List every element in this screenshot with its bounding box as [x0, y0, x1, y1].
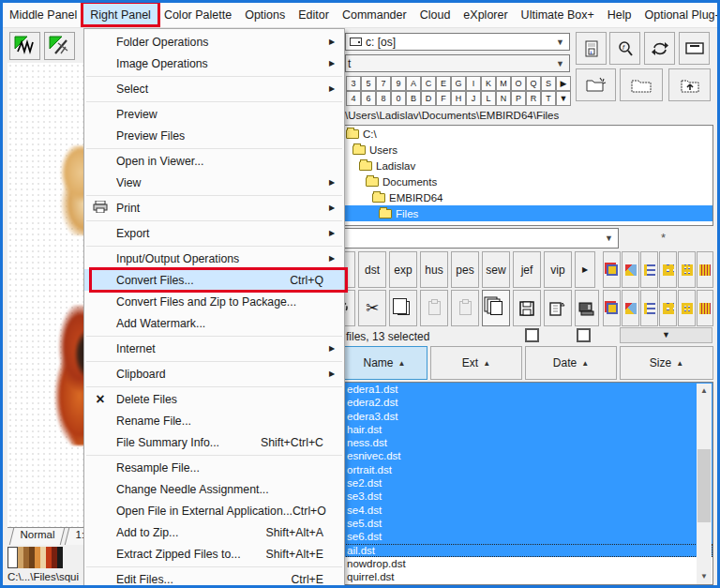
copy-button[interactable] — [389, 290, 417, 326]
palette-color[interactable] — [8, 547, 18, 568]
tree-item-ladislav[interactable]: Ladislav — [342, 158, 712, 173]
menubar-editor[interactable]: Editor — [292, 3, 336, 27]
tree-item-documents[interactable]: Documents — [342, 173, 712, 189]
menubar-optional-plugins[interactable]: Optional Plug-ins — [638, 3, 720, 27]
menu-item-view[interactable]: View▶ — [84, 172, 344, 193]
column-header-name[interactable]: Name▲ — [341, 346, 428, 380]
paste-shortcut-button[interactable] — [451, 290, 479, 326]
letter-scroll-right[interactable]: ▶ — [556, 76, 571, 91]
refresh-button[interactable] — [644, 32, 675, 65]
menu-item-folder-operations[interactable]: Folder Operations▶ — [84, 31, 344, 53]
letter-cell[interactable]: I — [466, 76, 481, 91]
sort-options-dropdown[interactable]: ▼ — [620, 327, 712, 343]
letter-cell[interactable]: 7 — [376, 76, 391, 91]
letter-cell[interactable]: F — [436, 91, 451, 106]
file-row[interactable]: se4.dst — [342, 504, 712, 517]
menubar-help[interactable]: Help — [601, 3, 638, 27]
letter-cell[interactable]: C — [421, 76, 436, 91]
tab-normal[interactable]: Normal — [9, 528, 66, 545]
menubar-middle-panel[interactable]: Middle Panel — [3, 3, 83, 27]
letter-cell[interactable]: E — [436, 76, 451, 91]
file-row[interactable]: ness.dst — [342, 436, 712, 449]
menu-item-edit-files[interactable]: Edit Files...Ctrl+E — [84, 568, 344, 588]
letter-cell[interactable]: H — [451, 91, 466, 106]
menu-item-convert-files-zip-package[interactable]: Convert Files and Zip to Package... — [84, 291, 344, 312]
menu-item-file-summary-info[interactable]: File Summary Info...Shift+Ctrl+C — [84, 431, 344, 453]
letter-cell[interactable]: K — [481, 76, 496, 91]
menu-item-open-in-viewer[interactable]: Open in Viewer... — [84, 150, 344, 172]
view-large-icons-button-2[interactable] — [603, 290, 621, 326]
parent-folder-button[interactable] — [668, 68, 711, 101]
drive-selector[interactable]: c: [os] ▼ — [345, 33, 570, 51]
menubar-right-panel[interactable]: Right Panel — [83, 3, 158, 27]
file-row[interactable]: nowdrop.dst — [342, 557, 712, 570]
menu-item-select[interactable]: Select▶ — [84, 78, 344, 99]
file-row[interactable]: hair.dst — [342, 423, 712, 436]
menu-item-input-output-operations[interactable]: Input/Output Operations▶ — [84, 248, 344, 269]
letter-cell[interactable]: J — [466, 91, 481, 106]
menu-item-preview[interactable]: Preview — [84, 103, 344, 125]
scroll-down-icon[interactable]: ▼ — [697, 569, 712, 584]
menu-item-preview-files[interactable]: Preview Files — [84, 125, 344, 146]
wildcard-star[interactable]: * — [661, 231, 666, 245]
letter-cell[interactable]: T — [541, 91, 556, 106]
menu-item-add-watermark[interactable]: Add Watermark... — [84, 312, 344, 334]
view-small-icons-button-2[interactable] — [622, 290, 639, 326]
sew-simulator-button[interactable] — [44, 32, 75, 60]
cut-button[interactable]: ✂ — [358, 290, 386, 326]
menu-item-export[interactable]: Export▶ — [84, 222, 344, 244]
view-grid4-button[interactable] — [697, 251, 713, 288]
letter-cell[interactable]: L — [481, 91, 496, 106]
menu-item-add-to-zip[interactable]: Add to Zip...Shift+Alt+A — [84, 521, 344, 543]
copy-file-button[interactable] — [544, 290, 572, 326]
view-list-button[interactable] — [640, 251, 658, 288]
filetype-vip-button[interactable]: vip — [544, 251, 572, 288]
letter-cell[interactable]: S — [541, 76, 556, 91]
column-header-ext[interactable]: Ext▲ — [430, 346, 522, 380]
letter-cell[interactable]: O — [511, 76, 526, 91]
filetype-hus-button[interactable]: hus — [420, 251, 448, 288]
column-header-date[interactable]: Date▲ — [525, 346, 617, 380]
stitches-mode-button[interactable] — [9, 32, 40, 60]
filetype-pes-button[interactable]: pes — [451, 251, 479, 288]
menu-item-internet[interactable]: Internet▶ — [84, 338, 344, 359]
menu-item-delete-files[interactable]: ×Delete Files — [84, 388, 344, 410]
file-info-button[interactable]: i — [576, 32, 607, 65]
scrollbar-thumb[interactable] — [698, 449, 711, 522]
file-row[interactable]: quirrel.dst — [342, 570, 712, 583]
view-small-icons-button[interactable] — [622, 251, 639, 288]
letter-cell[interactable]: 8 — [376, 91, 391, 106]
menu-item-resample-file[interactable]: Resample File... — [84, 457, 344, 478]
menu-item-convert-files[interactable]: Convert Files...Ctrl+Q — [84, 269, 344, 291]
file-list-scrollbar[interactable]: ▲ ▼ — [697, 384, 712, 584]
file-row[interactable]: edera2.dst — [342, 396, 712, 409]
view-grid3-button[interactable] — [678, 251, 696, 288]
filetype-jef-button[interactable]: jef — [513, 251, 541, 288]
scroll-up-icon[interactable]: ▲ — [697, 384, 712, 399]
column-header-size[interactable]: Size▲ — [620, 346, 713, 380]
file-row[interactable]: se6.dst — [342, 530, 712, 543]
letter-cell[interactable]: M — [496, 76, 511, 91]
letter-cell[interactable]: 3 — [346, 76, 361, 91]
tree-item-c-drive[interactable]: C:\ — [342, 126, 712, 142]
menubar-color-palette[interactable]: Color Palette — [158, 3, 238, 27]
letter-cell[interactable]: A — [406, 76, 421, 91]
save-button[interactable] — [513, 290, 541, 326]
file-row[interactable]: edera3.dst — [342, 410, 712, 423]
filetype-dst-button[interactable]: dst — [358, 251, 386, 288]
file-row[interactable]: esnivec.dst — [342, 449, 712, 462]
letter-cell[interactable]: 6 — [361, 91, 376, 106]
file-row[interactable]: ortrait.dst — [342, 463, 712, 476]
find-files-button[interactable]: f — [609, 32, 640, 65]
menubar-options[interactable]: Options — [238, 3, 292, 27]
multiple-files-button[interactable] — [482, 290, 510, 326]
file-row-focused[interactable]: ail.dst — [342, 544, 712, 557]
menu-item-change-needle-assignment[interactable]: Change Needle Assignment... — [84, 478, 344, 500]
filter-combo[interactable]: t ▼ — [345, 54, 570, 72]
tree-item-users[interactable]: Users — [342, 142, 712, 158]
file-row[interactable]: se2.dst — [342, 476, 712, 490]
letter-scroll-down[interactable]: ▼ — [556, 91, 571, 106]
folder-button[interactable] — [620, 68, 663, 101]
letter-cell[interactable]: R — [526, 91, 541, 106]
menubar-cloud[interactable]: Cloud — [413, 3, 458, 27]
